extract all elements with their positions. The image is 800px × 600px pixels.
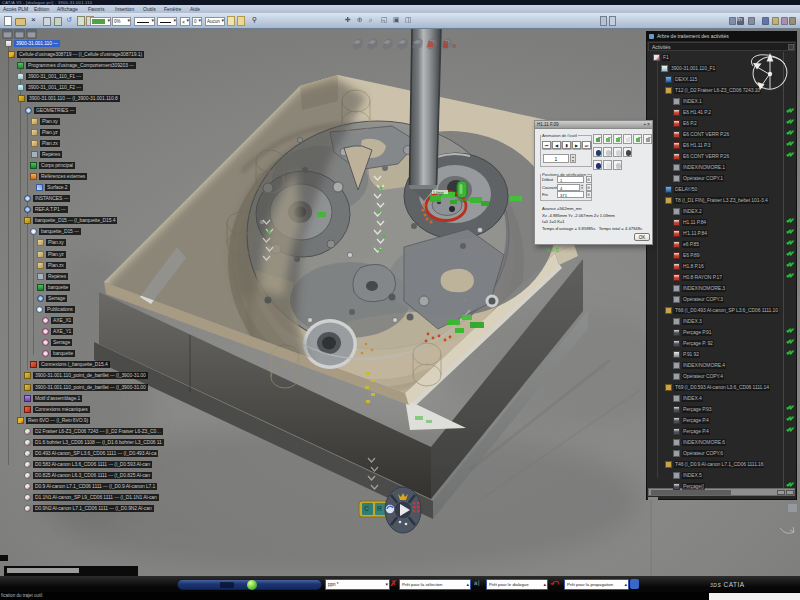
svg-text:R: R [377, 505, 382, 512]
svg-text:C: C [364, 505, 369, 512]
svg-text:Vue E: Vue E [546, 247, 560, 253]
svg-text:1.0mm: 1.0mm [433, 191, 444, 195]
